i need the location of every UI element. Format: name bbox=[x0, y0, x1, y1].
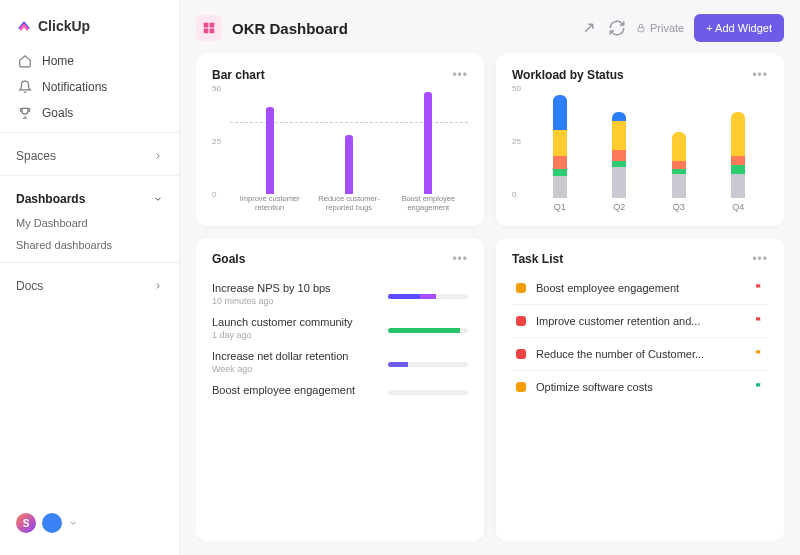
logo[interactable]: ClickUp bbox=[0, 12, 179, 48]
x-label: Improve customer retention bbox=[235, 194, 305, 212]
x-label: Boost employee engagement bbox=[393, 194, 463, 212]
logo-icon bbox=[16, 18, 32, 34]
card-task-list: Task List ••• Boost employee engagementI… bbox=[496, 238, 784, 541]
topbar: OKR Dashboard Private + Add Widget bbox=[196, 14, 784, 42]
goal-item[interactable]: Increase net dollar retentionWeek ago bbox=[212, 350, 468, 374]
privacy-indicator[interactable]: Private bbox=[636, 22, 684, 34]
y-tick: 50 bbox=[212, 84, 221, 93]
status-box bbox=[516, 283, 526, 293]
task-title: Reduce the number of Customer... bbox=[536, 348, 744, 360]
y-tick: 25 bbox=[512, 137, 521, 146]
chevron-right-icon bbox=[153, 151, 163, 161]
sidebar-footer: S bbox=[0, 503, 179, 543]
sidebar-item-my-dashboard[interactable]: My Dashboard bbox=[0, 212, 179, 234]
bar-segment bbox=[612, 121, 626, 150]
card-menu-icon[interactable]: ••• bbox=[752, 68, 768, 82]
status-box bbox=[516, 349, 526, 359]
section-docs[interactable]: Docs bbox=[0, 269, 179, 299]
nav-goals[interactable]: Goals bbox=[8, 100, 171, 126]
task-title: Boost employee engagement bbox=[536, 282, 744, 294]
goal-title: Boost employee engagement bbox=[212, 384, 355, 396]
top-actions: Private + Add Widget bbox=[580, 14, 784, 42]
nav-notifications[interactable]: Notifications bbox=[8, 74, 171, 100]
flag-icon[interactable] bbox=[754, 382, 764, 392]
goal-progress bbox=[388, 362, 468, 367]
refresh-icon[interactable] bbox=[608, 19, 626, 37]
card-menu-icon[interactable]: ••• bbox=[452, 252, 468, 266]
section-spaces[interactable]: Spaces bbox=[0, 139, 179, 169]
card-menu-icon[interactable]: ••• bbox=[452, 68, 468, 82]
section-dashboards[interactable]: Dashboards bbox=[0, 182, 179, 212]
svg-rect-2 bbox=[204, 29, 209, 34]
stacked-bar-chart: 02550 Q1Q2Q3Q4 bbox=[512, 88, 768, 212]
bar-segment bbox=[672, 174, 686, 198]
bar bbox=[345, 135, 353, 194]
goal-progress bbox=[388, 294, 468, 299]
nav-label: Home bbox=[42, 54, 74, 68]
stacked-bar bbox=[612, 112, 626, 198]
goal-title: Increase NPS by 10 bps bbox=[212, 282, 331, 294]
brand-name: ClickUp bbox=[38, 18, 90, 34]
bar-segment bbox=[612, 167, 626, 198]
bar bbox=[424, 92, 432, 194]
add-widget-button[interactable]: + Add Widget bbox=[694, 14, 784, 42]
section-label: Docs bbox=[16, 279, 43, 293]
trophy-icon bbox=[18, 106, 32, 120]
card-bar-chart: Bar chart ••• 02550 Improve customer ret… bbox=[196, 54, 484, 226]
dashboard-grid: Bar chart ••• 02550 Improve customer ret… bbox=[196, 54, 784, 541]
card-menu-icon[interactable]: ••• bbox=[752, 252, 768, 266]
bar-segment bbox=[731, 112, 745, 156]
x-label: Q3 bbox=[673, 202, 685, 212]
bell-icon bbox=[18, 80, 32, 94]
bar-segment bbox=[553, 169, 567, 176]
chevron-down-icon[interactable] bbox=[68, 518, 78, 528]
x-label: Reduce customer-reported bugs bbox=[314, 194, 384, 212]
svg-rect-0 bbox=[204, 23, 209, 28]
status-box bbox=[516, 382, 526, 392]
expand-icon[interactable] bbox=[580, 19, 598, 37]
goal-item[interactable]: Launch customer community1 day ago bbox=[212, 316, 468, 340]
svg-rect-3 bbox=[210, 29, 215, 34]
bar-segment bbox=[553, 156, 567, 169]
page-title: OKR Dashboard bbox=[232, 20, 348, 37]
goal-item[interactable]: Boost employee engagement bbox=[212, 384, 468, 396]
svg-rect-4 bbox=[638, 28, 644, 32]
task-item[interactable]: Improve customer retention and... bbox=[512, 305, 768, 338]
nav-label: Goals bbox=[42, 106, 73, 120]
divider bbox=[0, 175, 179, 176]
section-label: Spaces bbox=[16, 149, 56, 163]
divider bbox=[0, 132, 179, 133]
avatar[interactable] bbox=[42, 513, 62, 533]
goal-title: Increase net dollar retention bbox=[212, 350, 348, 362]
card-title: Workload by Status bbox=[512, 68, 624, 82]
y-tick: 0 bbox=[512, 190, 516, 199]
nav-label: Notifications bbox=[42, 80, 107, 94]
section-label: Dashboards bbox=[16, 192, 85, 206]
card-goals: Goals ••• Increase NPS by 10 bps10 minut… bbox=[196, 238, 484, 541]
nav-home[interactable]: Home bbox=[8, 48, 171, 74]
chevron-right-icon bbox=[153, 281, 163, 291]
sidebar-item-shared-dashboards[interactable]: Shared dashboards bbox=[0, 234, 179, 256]
card-title: Goals bbox=[212, 252, 245, 266]
avatar-initial[interactable]: S bbox=[16, 513, 36, 533]
goal-title: Launch customer community bbox=[212, 316, 353, 328]
bar-segment bbox=[731, 156, 745, 165]
task-item[interactable]: Optimize software costs bbox=[512, 371, 768, 403]
flag-icon[interactable] bbox=[754, 349, 764, 359]
task-item[interactable]: Boost employee engagement bbox=[512, 272, 768, 305]
stacked-bar bbox=[731, 112, 745, 198]
task-item[interactable]: Reduce the number of Customer... bbox=[512, 338, 768, 371]
bar-segment bbox=[731, 174, 745, 198]
dashboard-icon bbox=[196, 15, 222, 41]
bar-segment bbox=[553, 130, 567, 156]
flag-icon[interactable] bbox=[754, 316, 764, 326]
goal-timestamp: Week ago bbox=[212, 364, 348, 374]
x-label: Q4 bbox=[732, 202, 744, 212]
flag-icon[interactable] bbox=[754, 283, 764, 293]
goal-item[interactable]: Increase NPS by 10 bps10 minutes ago bbox=[212, 282, 468, 306]
card-workload: Workload by Status ••• 02550 Q1Q2Q3Q4 bbox=[496, 54, 784, 226]
bar-segment bbox=[672, 132, 686, 161]
privacy-label: Private bbox=[650, 22, 684, 34]
bar-segment bbox=[672, 161, 686, 170]
goal-progress bbox=[388, 328, 468, 333]
